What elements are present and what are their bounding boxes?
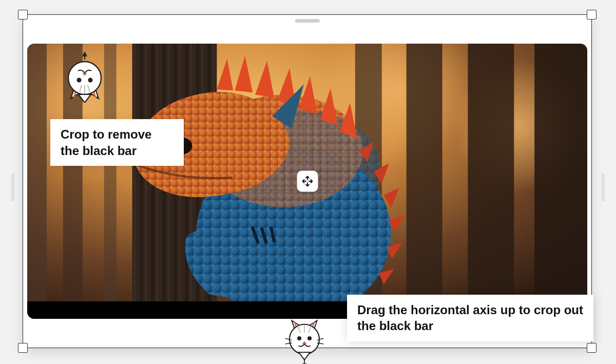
callout-text: Crop to remove the black bar (61, 127, 151, 158)
svg-marker-53 (299, 352, 310, 360)
move-handle[interactable] (297, 170, 318, 192)
edge-handle-top[interactable] (295, 19, 320, 23)
svg-point-50 (297, 336, 301, 340)
canvas-edge-indicator-right (602, 174, 605, 201)
callout-pointer-down (281, 318, 328, 364)
svg-point-43 (88, 78, 93, 83)
callout-upper: Crop to remove the black bar (50, 119, 184, 166)
corner-handle-top-left[interactable] (18, 10, 28, 20)
svg-rect-16 (468, 44, 514, 319)
corner-handle-bottom-right[interactable] (587, 343, 596, 353)
corner-handle-top-right[interactable] (587, 10, 596, 20)
corner-handle-bottom-left[interactable] (18, 343, 28, 353)
canvas-edge-indicator-left (11, 174, 14, 201)
svg-rect-11 (27, 44, 47, 319)
callout-text: Drag the horizontal axis up to crop out … (357, 303, 583, 333)
svg-point-44 (77, 78, 82, 83)
svg-marker-39 (82, 51, 87, 56)
svg-marker-46 (79, 94, 91, 103)
svg-rect-17 (534, 44, 587, 319)
svg-point-51 (307, 336, 312, 340)
svg-rect-15 (407, 44, 442, 319)
callout-pointer-up (62, 51, 108, 103)
move-icon (301, 175, 314, 187)
callout-lower: Drag the horizontal axis up to crop out … (347, 295, 593, 341)
